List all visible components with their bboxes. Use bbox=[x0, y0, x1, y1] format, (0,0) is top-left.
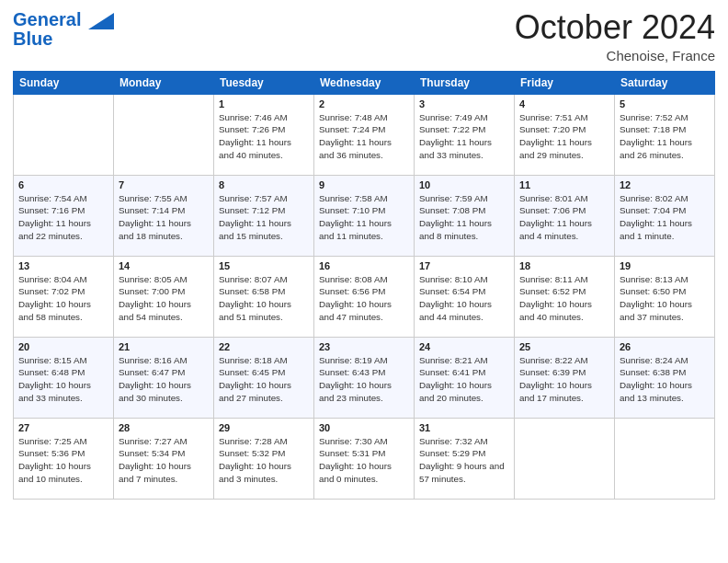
logo-general: General bbox=[13, 9, 81, 29]
calendar-cell: 27Sunrise: 7:25 AM Sunset: 5:36 PM Dayli… bbox=[14, 418, 114, 499]
day-info: Sunrise: 8:24 AM Sunset: 6:38 PM Dayligh… bbox=[620, 354, 710, 405]
calendar-week-row: 20Sunrise: 8:15 AM Sunset: 6:48 PM Dayli… bbox=[14, 337, 715, 418]
day-of-week-header: Wednesday bbox=[314, 71, 415, 94]
day-info: Sunrise: 8:22 AM Sunset: 6:39 PM Dayligh… bbox=[519, 354, 609, 405]
calendar-cell bbox=[14, 94, 114, 175]
day-number: 3 bbox=[419, 98, 509, 109]
day-number: 4 bbox=[519, 98, 609, 109]
calendar-table: SundayMondayTuesdayWednesdayThursdayFrid… bbox=[13, 71, 715, 500]
day-info: Sunrise: 8:21 AM Sunset: 6:41 PM Dayligh… bbox=[419, 354, 509, 405]
calendar-cell: 26Sunrise: 8:24 AM Sunset: 6:38 PM Dayli… bbox=[615, 337, 715, 418]
day-number: 12 bbox=[620, 179, 710, 190]
title-section: October 2024 Chenoise, France bbox=[515, 9, 715, 63]
day-info: Sunrise: 7:48 AM Sunset: 7:24 PM Dayligh… bbox=[319, 111, 409, 162]
calendar-cell: 19Sunrise: 8:13 AM Sunset: 6:50 PM Dayli… bbox=[615, 256, 715, 337]
day-number: 14 bbox=[119, 260, 209, 271]
day-info: Sunrise: 7:51 AM Sunset: 7:20 PM Dayligh… bbox=[519, 111, 609, 162]
calendar-cell: 1Sunrise: 7:46 AM Sunset: 7:26 PM Daylig… bbox=[214, 94, 314, 175]
day-info: Sunrise: 7:28 AM Sunset: 5:32 PM Dayligh… bbox=[219, 435, 309, 486]
svg-marker-0 bbox=[88, 13, 114, 29]
day-number: 29 bbox=[219, 422, 309, 433]
calendar-cell: 13Sunrise: 8:04 AM Sunset: 7:02 PM Dayli… bbox=[14, 256, 114, 337]
calendar-cell: 14Sunrise: 8:05 AM Sunset: 7:00 PM Dayli… bbox=[114, 256, 214, 337]
day-of-week-header: Friday bbox=[515, 71, 615, 94]
day-number: 21 bbox=[119, 341, 209, 352]
day-number: 20 bbox=[18, 341, 108, 352]
day-info: Sunrise: 8:13 AM Sunset: 6:50 PM Dayligh… bbox=[620, 273, 710, 324]
day-number: 2 bbox=[319, 98, 409, 109]
day-number: 11 bbox=[519, 179, 609, 190]
day-number: 22 bbox=[219, 341, 309, 352]
calendar-cell: 20Sunrise: 8:15 AM Sunset: 6:48 PM Dayli… bbox=[14, 337, 114, 418]
day-number: 24 bbox=[419, 341, 509, 352]
calendar-cell: 8Sunrise: 7:57 AM Sunset: 7:12 PM Daylig… bbox=[214, 175, 314, 256]
day-info: Sunrise: 7:58 AM Sunset: 7:10 PM Dayligh… bbox=[319, 192, 409, 243]
day-info: Sunrise: 7:25 AM Sunset: 5:36 PM Dayligh… bbox=[18, 435, 108, 486]
calendar-cell: 3Sunrise: 7:49 AM Sunset: 7:22 PM Daylig… bbox=[415, 94, 515, 175]
day-info: Sunrise: 8:08 AM Sunset: 6:56 PM Dayligh… bbox=[319, 273, 409, 324]
day-number: 13 bbox=[18, 260, 108, 271]
day-number: 16 bbox=[319, 260, 409, 271]
calendar-cell: 25Sunrise: 8:22 AM Sunset: 6:39 PM Dayli… bbox=[515, 337, 615, 418]
calendar-cell: 21Sunrise: 8:16 AM Sunset: 6:47 PM Dayli… bbox=[114, 337, 214, 418]
day-info: Sunrise: 8:04 AM Sunset: 7:02 PM Dayligh… bbox=[18, 273, 108, 324]
calendar-cell: 10Sunrise: 7:59 AM Sunset: 7:08 PM Dayli… bbox=[415, 175, 515, 256]
calendar-cell: 9Sunrise: 7:58 AM Sunset: 7:10 PM Daylig… bbox=[314, 175, 415, 256]
day-of-week-header: Saturday bbox=[615, 71, 715, 94]
day-number: 10 bbox=[419, 179, 509, 190]
day-of-week-header: Thursday bbox=[415, 71, 515, 94]
day-info: Sunrise: 8:01 AM Sunset: 7:06 PM Dayligh… bbox=[519, 192, 609, 243]
day-number: 18 bbox=[519, 260, 609, 271]
calendar-cell: 15Sunrise: 8:07 AM Sunset: 6:58 PM Dayli… bbox=[214, 256, 314, 337]
day-number: 30 bbox=[319, 422, 409, 433]
day-info: Sunrise: 7:32 AM Sunset: 5:29 PM Dayligh… bbox=[419, 435, 509, 486]
calendar-cell: 24Sunrise: 8:21 AM Sunset: 6:41 PM Dayli… bbox=[415, 337, 515, 418]
calendar-cell: 11Sunrise: 8:01 AM Sunset: 7:06 PM Dayli… bbox=[515, 175, 615, 256]
calendar-cell: 29Sunrise: 7:28 AM Sunset: 5:32 PM Dayli… bbox=[214, 418, 314, 499]
month-title: October 2024 bbox=[515, 9, 715, 46]
day-info: Sunrise: 8:15 AM Sunset: 6:48 PM Dayligh… bbox=[18, 354, 108, 405]
day-info: Sunrise: 8:19 AM Sunset: 6:43 PM Dayligh… bbox=[319, 354, 409, 405]
day-of-week-header: Monday bbox=[114, 71, 214, 94]
day-number: 19 bbox=[620, 260, 710, 271]
day-number: 26 bbox=[620, 341, 710, 352]
logo-blue: Blue bbox=[13, 29, 52, 50]
logo: General Blue bbox=[13, 9, 114, 50]
day-info: Sunrise: 8:18 AM Sunset: 6:45 PM Dayligh… bbox=[219, 354, 309, 405]
calendar-week-row: 6Sunrise: 7:54 AM Sunset: 7:16 PM Daylig… bbox=[14, 175, 715, 256]
calendar-cell: 30Sunrise: 7:30 AM Sunset: 5:31 PM Dayli… bbox=[314, 418, 415, 499]
day-number: 9 bbox=[319, 179, 409, 190]
day-info: Sunrise: 7:49 AM Sunset: 7:22 PM Dayligh… bbox=[419, 111, 509, 162]
calendar-cell: 16Sunrise: 8:08 AM Sunset: 6:56 PM Dayli… bbox=[314, 256, 415, 337]
day-number: 23 bbox=[319, 341, 409, 352]
calendar-week-row: 13Sunrise: 8:04 AM Sunset: 7:02 PM Dayli… bbox=[14, 256, 715, 337]
day-info: Sunrise: 8:16 AM Sunset: 6:47 PM Dayligh… bbox=[119, 354, 209, 405]
day-number: 8 bbox=[219, 179, 309, 190]
calendar-cell: 28Sunrise: 7:27 AM Sunset: 5:34 PM Dayli… bbox=[114, 418, 214, 499]
day-info: Sunrise: 7:30 AM Sunset: 5:31 PM Dayligh… bbox=[319, 435, 409, 486]
day-number: 31 bbox=[419, 422, 509, 433]
day-info: Sunrise: 7:55 AM Sunset: 7:14 PM Dayligh… bbox=[119, 192, 209, 243]
day-of-week-header: Sunday bbox=[14, 71, 114, 94]
day-info: Sunrise: 8:11 AM Sunset: 6:52 PM Dayligh… bbox=[519, 273, 609, 324]
day-number: 5 bbox=[620, 98, 710, 109]
day-of-week-header: Tuesday bbox=[214, 71, 314, 94]
calendar-cell: 5Sunrise: 7:52 AM Sunset: 7:18 PM Daylig… bbox=[615, 94, 715, 175]
day-info: Sunrise: 7:46 AM Sunset: 7:26 PM Dayligh… bbox=[219, 111, 309, 162]
day-info: Sunrise: 7:59 AM Sunset: 7:08 PM Dayligh… bbox=[419, 192, 509, 243]
day-number: 25 bbox=[519, 341, 609, 352]
page-header: General Blue October 2024 Chenoise, Fran… bbox=[13, 9, 715, 63]
day-number: 1 bbox=[219, 98, 309, 109]
day-info: Sunrise: 8:10 AM Sunset: 6:54 PM Dayligh… bbox=[419, 273, 509, 324]
day-info: Sunrise: 7:57 AM Sunset: 7:12 PM Dayligh… bbox=[219, 192, 309, 243]
calendar-cell: 2Sunrise: 7:48 AM Sunset: 7:24 PM Daylig… bbox=[314, 94, 415, 175]
calendar-cell bbox=[515, 418, 615, 499]
day-number: 7 bbox=[119, 179, 209, 190]
calendar-header-row: SundayMondayTuesdayWednesdayThursdayFrid… bbox=[14, 71, 715, 94]
day-number: 6 bbox=[18, 179, 108, 190]
day-info: Sunrise: 7:52 AM Sunset: 7:18 PM Dayligh… bbox=[620, 111, 710, 162]
day-number: 17 bbox=[419, 260, 509, 271]
calendar-cell: 22Sunrise: 8:18 AM Sunset: 6:45 PM Dayli… bbox=[214, 337, 314, 418]
logo-text: General bbox=[13, 9, 114, 30]
calendar-cell: 31Sunrise: 7:32 AM Sunset: 5:29 PM Dayli… bbox=[415, 418, 515, 499]
